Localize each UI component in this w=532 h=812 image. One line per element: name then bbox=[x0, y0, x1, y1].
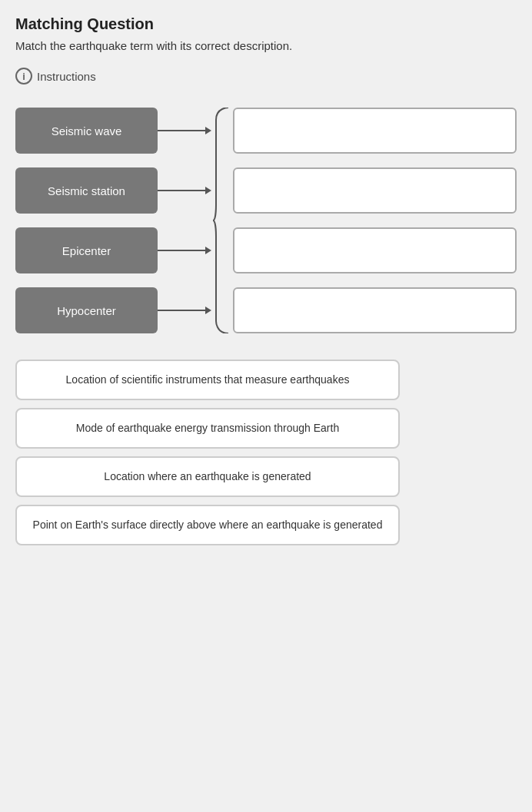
connectors-column bbox=[158, 108, 211, 336]
drop-boxes-column bbox=[233, 108, 517, 336]
right-section bbox=[211, 108, 517, 336]
arrow-1 bbox=[158, 108, 211, 154]
answer-bank: Location of scientific instruments that … bbox=[15, 360, 517, 545]
term-hypocenter[interactable]: Hypocenter bbox=[15, 287, 158, 333]
drop-box-1[interactable] bbox=[233, 108, 517, 154]
page-subtitle: Match the earthquake term with its corre… bbox=[15, 39, 517, 52]
page-title: Matching Question bbox=[15, 15, 517, 33]
term-epicenter[interactable]: Epicenter bbox=[15, 227, 158, 273]
brace-svg bbox=[211, 108, 233, 333]
arrow-3 bbox=[158, 227, 211, 273]
arrow-4 bbox=[158, 287, 211, 333]
terms-column: Seismic wave Seismic station Epicenter H… bbox=[15, 108, 158, 336]
term-seismic-station[interactable]: Seismic station bbox=[15, 167, 158, 214]
drop-box-2[interactable] bbox=[233, 167, 517, 214]
drop-box-4[interactable] bbox=[233, 287, 517, 333]
matching-area: Seismic wave Seismic station Epicenter H… bbox=[15, 108, 517, 336]
drop-box-3[interactable] bbox=[233, 227, 517, 273]
instructions-label: Instructions bbox=[37, 70, 96, 83]
term-seismic-wave[interactable]: Seismic wave bbox=[15, 108, 158, 154]
instructions-row: i Instructions bbox=[15, 68, 517, 85]
answer-card-4[interactable]: Point on Earth's surface directly above … bbox=[15, 505, 400, 545]
brace-column bbox=[211, 108, 233, 336]
page: Matching Question Match the earthquake t… bbox=[0, 0, 532, 812]
answer-card-3[interactable]: Location where an earthquake is generate… bbox=[15, 456, 400, 497]
arrow-2 bbox=[158, 167, 211, 214]
info-icon[interactable]: i bbox=[15, 68, 32, 85]
answer-card-1[interactable]: Location of scientific instruments that … bbox=[15, 360, 400, 400]
answer-card-2[interactable]: Mode of earthquake energy transmission t… bbox=[15, 408, 400, 449]
